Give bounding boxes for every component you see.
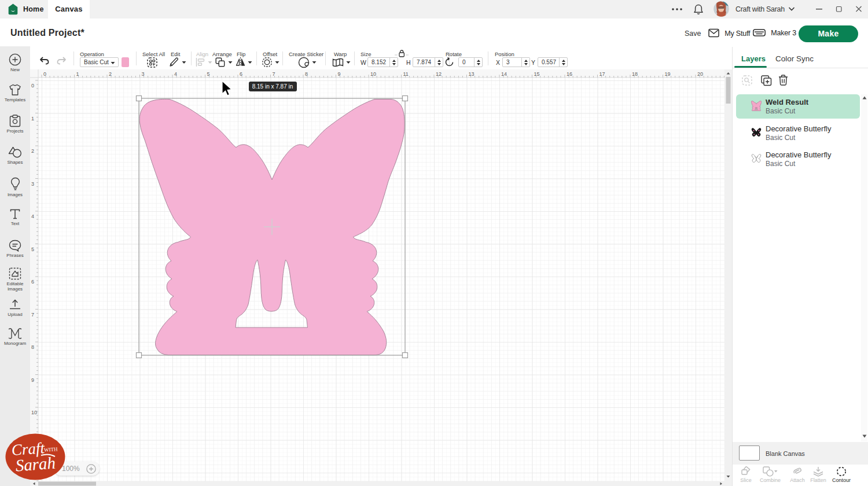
svg-text:WITH: WITH	[44, 446, 58, 453]
svg-text:0: 0	[43, 71, 46, 77]
svg-text:Sarah: Sarah	[15, 454, 56, 475]
svg-text:9: 9	[338, 71, 341, 77]
svg-text:10: 10	[370, 71, 376, 77]
svg-text:2: 2	[31, 148, 34, 154]
svg-text:0: 0	[31, 83, 34, 89]
svg-text:16: 16	[567, 71, 572, 77]
svg-text:6: 6	[240, 71, 242, 77]
svg-text:6: 6	[31, 279, 34, 285]
svg-text:12: 12	[436, 71, 442, 77]
svg-text:3: 3	[31, 181, 34, 187]
svg-text:1: 1	[31, 116, 34, 122]
svg-text:13: 13	[469, 71, 475, 77]
svg-text:9: 9	[31, 377, 34, 383]
svg-text:11: 11	[403, 71, 409, 77]
svg-text:7: 7	[31, 312, 34, 318]
svg-text:3: 3	[142, 71, 145, 77]
svg-text:20: 20	[697, 71, 703, 77]
svg-text:17: 17	[599, 71, 605, 77]
svg-text:5: 5	[207, 71, 210, 77]
svg-text:15: 15	[534, 71, 540, 77]
svg-text:4: 4	[31, 213, 34, 219]
svg-text:14: 14	[501, 71, 507, 77]
svg-text:19: 19	[665, 71, 671, 77]
svg-text:10: 10	[31, 410, 37, 415]
svg-text:18: 18	[632, 71, 638, 77]
svg-text:7: 7	[273, 71, 275, 77]
svg-text:5: 5	[31, 246, 34, 252]
svg-text:1: 1	[76, 71, 79, 77]
svg-text:8: 8	[305, 71, 308, 77]
svg-text:4: 4	[174, 71, 177, 77]
svg-text:8: 8	[31, 344, 34, 350]
svg-text:8.15 in x 7.87 in: 8.15 in x 7.87 in	[252, 83, 293, 90]
svg-text:2: 2	[109, 71, 112, 77]
